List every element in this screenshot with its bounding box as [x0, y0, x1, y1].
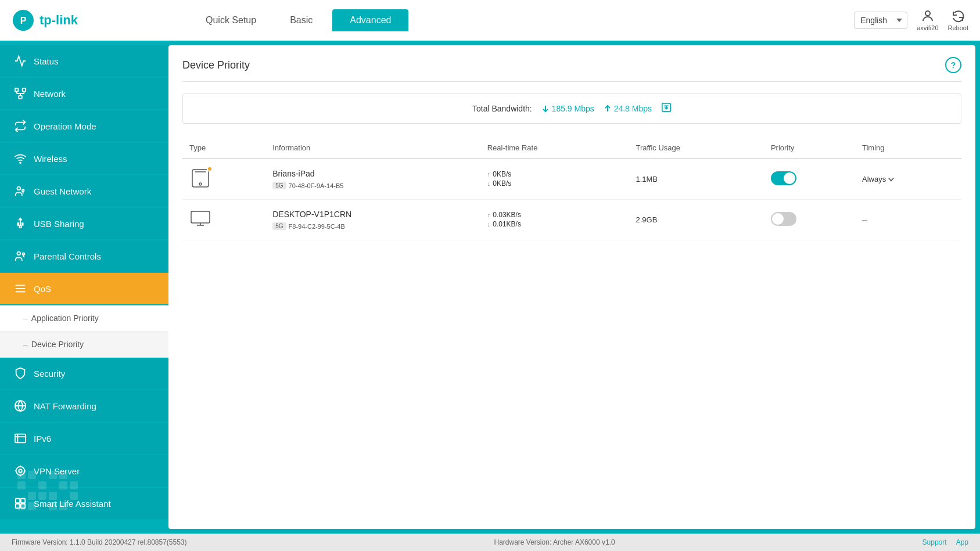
priority-toggle-off[interactable] — [771, 212, 796, 226]
bandwidth-download: 185.9 Mbps — [541, 104, 594, 113]
qos-icon — [14, 282, 27, 295]
help-button[interactable]: ? — [945, 57, 961, 73]
nat-forwarding-icon — [14, 399, 27, 412]
svg-rect-5 — [19, 96, 22, 99]
sidebar-item-nat-forwarding[interactable]: NAT Forwarding — [0, 390, 168, 422]
bandwidth-bar: Total Bandwidth: 185.9 Mbps 24.8 Mbps — [182, 93, 961, 124]
upload-arrow-icon — [604, 105, 612, 113]
col-traffic: Traffic Usage — [629, 138, 763, 159]
rate-cell: ↑ 0.03KB/s ↓ 0.01KB/s — [480, 200, 629, 240]
mac-address: 70-48-0F-9A-14-B5 — [289, 182, 344, 189]
user-icon — [921, 9, 935, 23]
priority-cell — [764, 200, 855, 240]
sidebar-sub-item-app-priority[interactable]: Application Priority — [0, 305, 168, 332]
reboot-button[interactable]: Reboot — [948, 9, 968, 31]
timing-cell: – — [855, 200, 961, 240]
svg-rect-21 — [15, 434, 26, 443]
rate-up-arrow: ↓ — [487, 180, 491, 187]
sidebar-sub-item-device-priority[interactable]: Device Priority — [0, 332, 168, 358]
sidebar-item-status[interactable]: Status — [0, 45, 168, 77]
content-area: Device Priority ? Total Bandwidth: 185.9… — [168, 45, 975, 529]
sidebar-item-operation-mode[interactable]: Operation Mode — [0, 110, 168, 142]
sidebar-item-network[interactable]: Network — [0, 78, 168, 109]
device-name: Brians-iPad — [272, 169, 473, 178]
sidebar-label-network: Network — [34, 89, 66, 99]
sidebar-label-guest-network: Guest Network — [34, 186, 91, 196]
sidebar-label-ipv6: IPv6 — [34, 434, 51, 444]
device-icon-wrap — [189, 167, 211, 191]
rate-cell: ↑ 0KB/s ↓ 0KB/s — [480, 159, 629, 200]
device-info-cell: DESKTOP-V1P1CRN 5G F8-94-C2-99-5C-4B — [265, 200, 480, 240]
sidebar-label-status: Status — [34, 56, 59, 66]
device-icon-wrap — [189, 208, 211, 232]
app-priority-label: Application Priority — [31, 314, 99, 323]
sidebar-item-security[interactable]: Security — [0, 358, 168, 389]
network-icon — [14, 87, 27, 100]
sidebar-item-ipv6[interactable]: IPv6 — [0, 423, 168, 454]
export-icon — [661, 102, 672, 113]
traffic-cell: 2.9GB — [629, 200, 763, 240]
sidebar-item-qos[interactable]: QoS — [0, 273, 168, 304]
svg-rect-4 — [23, 88, 26, 92]
col-type: Type — [182, 138, 265, 159]
wireless-icon — [14, 152, 27, 165]
svg-point-11 — [17, 187, 21, 190]
sidebar-item-parental-controls[interactable]: Parental Controls — [0, 240, 168, 272]
svg-point-40 — [199, 183, 202, 185]
device-table: Type Information Real-time Rate Traffic … — [182, 138, 961, 240]
sidebar-label-parental-controls: Parental Controls — [34, 251, 101, 261]
username-label: axvifi20 — [917, 24, 938, 31]
app-link[interactable]: App — [956, 538, 968, 546]
svg-point-15 — [17, 252, 21, 255]
nav-tabs: Quick Setup Basic Advanced — [192, 9, 854, 31]
mac-address: F8-94-C2-99-5C-4B — [289, 223, 345, 230]
logo-icon: P — [12, 9, 35, 32]
device-priority-label: Device Priority — [31, 340, 84, 349]
decorative-squares — [17, 471, 78, 510]
active-badge — [207, 166, 213, 172]
svg-rect-3 — [15, 88, 19, 92]
band-badge: 5G — [272, 222, 286, 230]
tab-quick-setup[interactable]: Quick Setup — [192, 10, 270, 30]
tab-advanced[interactable]: Advanced — [332, 9, 408, 31]
firmware-version: Firmware Version: 1.1.0 Build 20200427 r… — [12, 538, 187, 546]
col-priority: Priority — [764, 138, 855, 159]
export-button[interactable] — [661, 102, 672, 115]
timing-value: Always — [862, 175, 886, 183]
support-link[interactable]: Support — [922, 538, 947, 546]
main-layout: Status Network Operation Mode Wireless — [0, 41, 980, 534]
device-info-cell: Brians-iPad 5G 70-48-0F-9A-14-B5 — [265, 159, 480, 200]
traffic-usage: 2.9GB — [636, 215, 657, 224]
bandwidth-upload: 24.8 Mbps — [604, 104, 652, 113]
sidebar-item-wireless[interactable]: Wireless — [0, 143, 168, 174]
svg-point-14 — [19, 226, 21, 228]
bandwidth-label: Total Bandwidth: — [472, 104, 532, 113]
traffic-usage: 1.1MB — [636, 175, 658, 183]
guest-network-icon — [14, 185, 27, 197]
rate-up-arrow: ↓ — [487, 221, 491, 228]
device-mac: 5G 70-48-0F-9A-14-B5 — [272, 182, 343, 189]
svg-point-2 — [925, 11, 930, 16]
sidebar-item-guest-network[interactable]: Guest Network — [0, 175, 168, 207]
language-select[interactable]: English Chinese Spanish — [854, 12, 907, 29]
toggle-knob — [784, 172, 795, 184]
svg-rect-42 — [191, 211, 210, 223]
rate-down-arrow: ↑ — [487, 211, 491, 218]
desktop-icon — [189, 208, 211, 230]
priority-toggle-on[interactable] — [771, 171, 796, 185]
sidebar-item-usb-sharing[interactable]: USB Sharing — [0, 208, 168, 239]
footer: Firmware Version: 1.1.0 Build 20200427 r… — [0, 534, 980, 551]
usb-sharing-icon — [14, 217, 27, 230]
device-type-cell — [182, 159, 265, 200]
sidebar: Status Network Operation Mode Wireless — [0, 41, 168, 534]
ipv6-icon — [14, 432, 27, 445]
rate-down-arrow: ↑ — [487, 171, 491, 178]
footer-links: Support App — [922, 538, 968, 546]
traffic-cell: 1.1MB — [629, 159, 763, 200]
user-button[interactable]: axvifi20 — [917, 9, 938, 31]
sidebar-label-qos: QoS — [34, 284, 51, 294]
sidebar-label-operation-mode: Operation Mode — [34, 121, 96, 131]
tab-basic[interactable]: Basic — [276, 10, 326, 30]
timing-select[interactable]: Always — [862, 175, 954, 183]
col-rate: Real-time Rate — [480, 138, 629, 159]
